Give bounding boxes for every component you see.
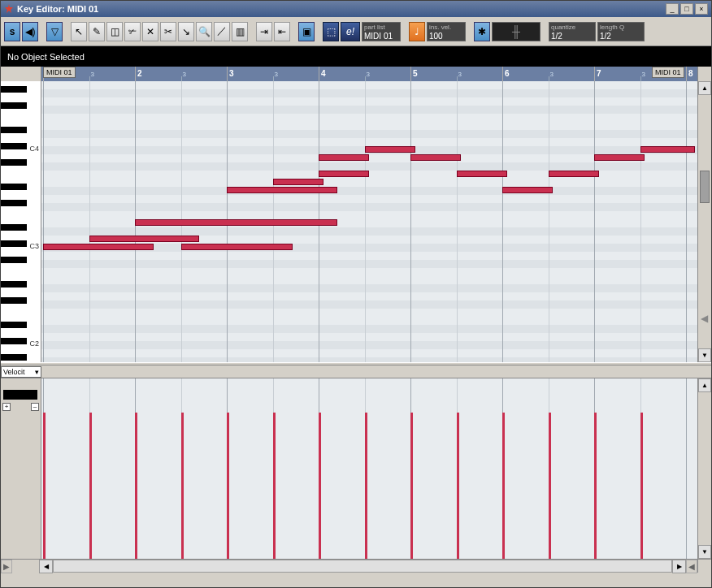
insert-mode-button[interactable]: ♩ (409, 22, 425, 41)
hzoom-out-handle[interactable]: ▶ (1, 560, 12, 573)
black-key[interactable] (1, 297, 27, 304)
horizontal-scrollbar[interactable]: ▶ ◀ ▶ ◀ (1, 559, 711, 573)
snap-button[interactable]: ✱ (474, 22, 490, 41)
scroll-down-button[interactable]: ▼ (698, 348, 711, 362)
velocity-scroll-up-button[interactable]: ▲ (698, 378, 711, 392)
key-editor-window: Key Editor: MIDI 01 _ □ × s ◀) ▽ ↖ ✎ ◫ ✃… (0, 0, 712, 588)
time-warp-button[interactable]: ▥ (232, 22, 248, 41)
acoustic-button[interactable]: ◀) (22, 22, 38, 41)
midi-note[interactable] (181, 244, 293, 250)
midi-note[interactable] (227, 187, 337, 193)
maximize-button[interactable]: □ (680, 3, 693, 15)
velocity-event[interactable] (410, 413, 413, 559)
midi-note[interactable] (319, 154, 369, 161)
midi-note[interactable] (43, 244, 154, 250)
edit-active-part-button[interactable]: e! (341, 22, 360, 41)
piano-keyboard[interactable]: C4C3C2 (1, 81, 41, 362)
black-key[interactable] (1, 354, 27, 361)
midi-note[interactable] (319, 171, 369, 177)
add-lane-button[interactable]: + (2, 403, 11, 411)
show-part-borders-button[interactable]: ⬚ (323, 22, 339, 41)
part-start-marker[interactable]: MIDI 01 (43, 67, 76, 78)
midi-note[interactable] (594, 154, 645, 161)
black-key[interactable] (1, 184, 27, 190)
midi-note[interactable] (365, 146, 415, 153)
controller-type-dropdown[interactable]: Velocit▾ (1, 366, 41, 378)
pointer-tool-button[interactable]: ↖ (71, 22, 87, 41)
black-key[interactable] (1, 281, 27, 288)
midi-note[interactable] (89, 236, 200, 242)
zoom-tool-button[interactable]: 🔍 (196, 22, 212, 41)
black-key[interactable] (1, 143, 27, 149)
solo-button[interactable]: s (4, 22, 20, 41)
velocity-event[interactable] (273, 413, 276, 559)
titlebar[interactable]: Key Editor: MIDI 01 _ □ × (1, 1, 711, 17)
color-tool-button[interactable]: ▣ (298, 22, 315, 41)
velocity-event[interactable] (502, 413, 505, 559)
velocity-event[interactable] (89, 413, 92, 559)
velocity-event[interactable] (365, 413, 367, 559)
vertical-scrollbar[interactable]: ▲ ◀ ▼ (697, 81, 711, 362)
black-key[interactable] (1, 257, 27, 263)
velocity-event[interactable] (457, 413, 459, 559)
velocity-event[interactable] (227, 413, 229, 559)
scroll-right-button[interactable]: ▶ (672, 560, 686, 573)
grid-type-display[interactable]: ╫ (492, 22, 541, 41)
velocity-event[interactable] (319, 413, 321, 559)
black-key[interactable] (1, 102, 27, 109)
gridline (502, 81, 503, 362)
glue-tool-button[interactable]: ↘ (178, 22, 194, 41)
part-list-field[interactable]: part list MIDI 01 (362, 22, 401, 41)
split-tool-button[interactable]: ✂ (160, 22, 176, 41)
window-title: Key Editor: MIDI 01 (17, 4, 664, 14)
mute-tool-button[interactable]: ✕ (142, 22, 158, 41)
midi-note[interactable] (457, 171, 507, 177)
hscroll-track[interactable] (53, 560, 672, 573)
black-key[interactable] (1, 322, 27, 328)
minimize-button[interactable]: _ (666, 3, 679, 15)
midi-note[interactable] (410, 154, 461, 161)
time-ruler[interactable]: 1323334353637383MIDI 01MIDI 01 (41, 67, 697, 81)
trim-tool-button[interactable]: ✃ (124, 22, 141, 41)
show-info-button[interactable]: ▽ (46, 22, 63, 41)
black-key[interactable] (1, 224, 27, 231)
quantize-field[interactable]: quantize 1/2 (549, 22, 596, 41)
gridline (89, 81, 90, 362)
velocity-event[interactable] (549, 413, 551, 559)
black-key[interactable] (1, 200, 27, 206)
line-tool-button[interactable]: ／ (214, 22, 230, 41)
scroll-up-button[interactable]: ▲ (698, 81, 711, 95)
autoscroll-suspend-button[interactable]: ⇤ (274, 22, 290, 41)
autoscroll-button[interactable]: ⇥ (256, 22, 272, 41)
black-key[interactable] (1, 240, 27, 247)
velocity-event[interactable] (43, 413, 46, 559)
draw-tool-button[interactable]: ✎ (89, 22, 105, 41)
velocity-event[interactable] (135, 413, 137, 559)
zoom-vertical-handle[interactable]: ◀ (701, 313, 710, 322)
velocity-event[interactable] (594, 413, 597, 559)
velocity-vscroll[interactable]: ▲ ▼ (697, 378, 711, 559)
length-q-field[interactable]: length Q 1/2 (597, 22, 645, 41)
midi-note[interactable] (549, 171, 599, 177)
part-end-marker[interactable]: MIDI 01 (652, 67, 684, 78)
midi-note[interactable] (273, 179, 323, 185)
black-key[interactable] (1, 86, 27, 93)
close-button[interactable]: × (695, 3, 708, 15)
note-grid[interactable] (41, 81, 697, 362)
hzoom-in-handle[interactable]: ◀ (686, 560, 697, 573)
midi-note[interactable] (135, 219, 337, 226)
velocity-grid[interactable] (41, 378, 697, 559)
remove-lane-button[interactable]: – (31, 403, 39, 411)
scroll-left-button[interactable]: ◀ (39, 560, 53, 573)
midi-note[interactable] (640, 146, 696, 153)
black-key[interactable] (1, 338, 27, 344)
velocity-event[interactable] (181, 413, 184, 559)
midi-note[interactable] (502, 187, 553, 193)
erase-tool-button[interactable]: ◫ (106, 22, 123, 41)
velocity-scroll-down-button[interactable]: ▼ (698, 545, 711, 559)
black-key[interactable] (1, 159, 27, 166)
ins-vel-field[interactable]: ins. vel. 100 (427, 22, 466, 41)
vscroll-thumb[interactable] (700, 171, 710, 203)
velocity-event[interactable] (640, 413, 643, 559)
black-key[interactable] (1, 127, 27, 133)
